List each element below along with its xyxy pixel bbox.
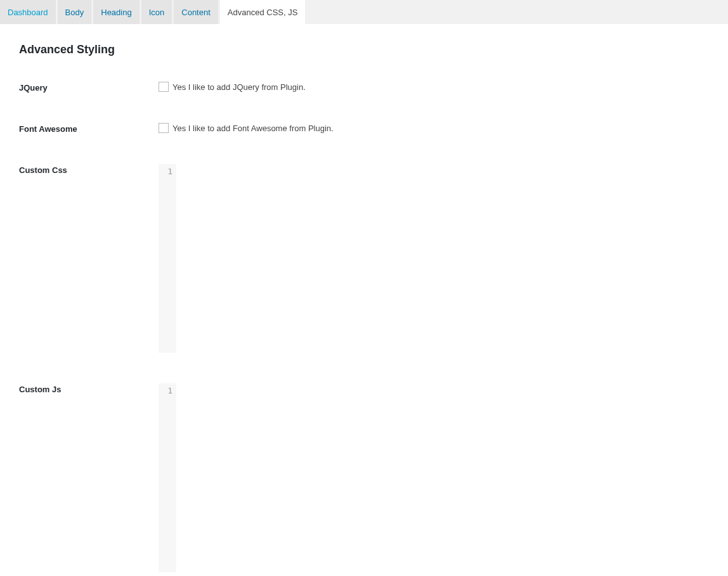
custom-css-textarea[interactable] bbox=[176, 164, 709, 353]
jquery-checkbox-label[interactable]: Yes I like to add JQuery from Plugin. bbox=[172, 82, 306, 92]
custom-css-editor: 1 bbox=[159, 164, 709, 353]
font-awesome-label: Font Awesome bbox=[19, 123, 159, 134]
font-awesome-row: Font Awesome Yes I like to add Font Awes… bbox=[19, 123, 709, 134]
jquery-checkbox[interactable] bbox=[159, 82, 169, 92]
jquery-row: JQuery Yes I like to add JQuery from Plu… bbox=[19, 82, 709, 93]
custom-css-row: Custom Css 1 bbox=[19, 164, 709, 353]
tab-bar: Dashboard Body Heading Icon Content Adva… bbox=[0, 0, 728, 24]
custom-js-editor: 1 bbox=[159, 383, 709, 572]
tab-content[interactable]: Content bbox=[174, 0, 218, 24]
tab-heading[interactable]: Heading bbox=[93, 0, 139, 24]
custom-css-label: Custom Css bbox=[19, 164, 159, 175]
tab-icon[interactable]: Icon bbox=[141, 0, 172, 24]
content-panel: Advanced Styling JQuery Yes I like to ad… bbox=[0, 24, 728, 576]
custom-js-textarea[interactable] bbox=[176, 383, 709, 572]
custom-css-gutter: 1 bbox=[159, 164, 176, 353]
custom-js-label: Custom Js bbox=[19, 383, 159, 394]
font-awesome-checkbox-label[interactable]: Yes I like to add Font Awesome from Plug… bbox=[172, 124, 334, 133]
page-title: Advanced Styling bbox=[19, 43, 709, 56]
custom-js-gutter: 1 bbox=[159, 383, 176, 572]
font-awesome-checkbox[interactable] bbox=[159, 123, 169, 133]
tab-advanced-css-js[interactable]: Advanced CSS, JS bbox=[220, 0, 306, 24]
jquery-label: JQuery bbox=[19, 82, 159, 93]
tab-dashboard[interactable]: Dashboard bbox=[0, 0, 56, 24]
tab-body[interactable]: Body bbox=[58, 0, 92, 24]
custom-js-row: Custom Js 1 bbox=[19, 383, 709, 572]
